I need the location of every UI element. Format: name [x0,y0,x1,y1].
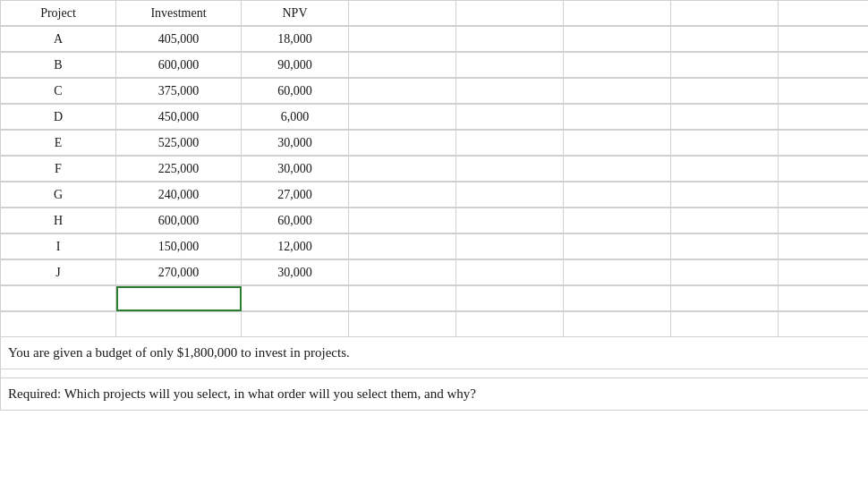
table-row-i: I 150,000 12,000 [0,233,868,259]
table-row-d: D 450,000 6,000 [0,104,868,130]
col-header-5 [456,1,564,26]
cell-j-project: J [0,260,116,285]
cell-e-npv: 30,000 [242,131,349,156]
cell-i-project: I [0,234,116,259]
col-header-4 [349,1,456,26]
cell-b-investment: 600,000 [116,53,242,78]
cell-d-investment: 450,000 [116,105,242,130]
table-row-j: J 270,000 30,000 [0,259,868,285]
cell-g-npv: 27,000 [242,182,349,208]
cell-f-npv: 30,000 [242,157,349,182]
cell-empty-1-3[interactable] [242,286,349,311]
cell-j-investment: 270,000 [116,260,242,285]
cell-d-npv: 6,000 [242,105,349,130]
cell-h-npv: 60,000 [242,208,349,233]
col-header-8 [779,1,868,26]
budget-text: You are given a budget of only $1,800,00… [0,337,868,369]
cell-empty-1-2-active[interactable] [116,286,242,311]
cell-a-investment: 405,000 [116,27,242,52]
col-header-7 [671,1,779,26]
cell-a-project: A [0,27,116,52]
table-row-a: A 405,000 18,000 [0,26,868,52]
spreadsheet: Project Investment NPV A 405,000 18,000 … [0,0,868,492]
cell-empty-2-2[interactable] [116,312,242,337]
required-text: Required: Which projects will you select… [0,378,868,411]
table-empty-row-1 [0,285,868,311]
cell-c-npv: 60,000 [242,79,349,104]
table-header-row: Project Investment NPV [0,0,868,26]
col-header-6 [564,1,671,26]
cell-j-npv: 30,000 [242,260,349,285]
table-row-e: E 525,000 30,000 [0,130,868,156]
cell-b-project: B [0,53,116,78]
table-empty-row-2 [0,311,868,337]
cell-d-project: D [0,105,116,130]
cell-e-project: E [0,131,116,156]
cell-b-npv: 90,000 [242,53,349,78]
col-header-npv: NPV [242,1,349,26]
cell-g-project: G [0,182,116,208]
table-row-g: G 240,000 27,000 [0,182,868,208]
cell-c-project: C [0,79,116,104]
cell-empty-2-1[interactable] [0,312,116,337]
cell-h-investment: 600,000 [116,208,242,233]
required-text-content: Required: Which projects will you select… [8,386,476,402]
cell-f-project: F [0,157,116,182]
table-row-c: C 375,000 60,000 [0,78,868,104]
table-row-b: B 600,000 90,000 [0,52,868,78]
table-row-f: F 225,000 30,000 [0,156,868,182]
cell-e-investment: 525,000 [116,131,242,156]
cell-f-investment: 225,000 [116,157,242,182]
cell-empty-1-1[interactable] [0,286,116,311]
table-row-h: H 600,000 60,000 [0,208,868,233]
col-header-project: Project [0,1,116,26]
cell-c-investment: 375,000 [116,79,242,104]
budget-text-content: You are given a budget of only $1,800,00… [8,345,350,361]
cell-i-investment: 150,000 [116,234,242,259]
cell-a-npv: 18,000 [242,27,349,52]
cell-h-project: H [0,208,116,233]
cell-g-investment: 240,000 [116,182,242,208]
cell-i-npv: 12,000 [242,234,349,259]
col-header-investment: Investment [116,1,242,26]
divider-row [0,369,868,378]
